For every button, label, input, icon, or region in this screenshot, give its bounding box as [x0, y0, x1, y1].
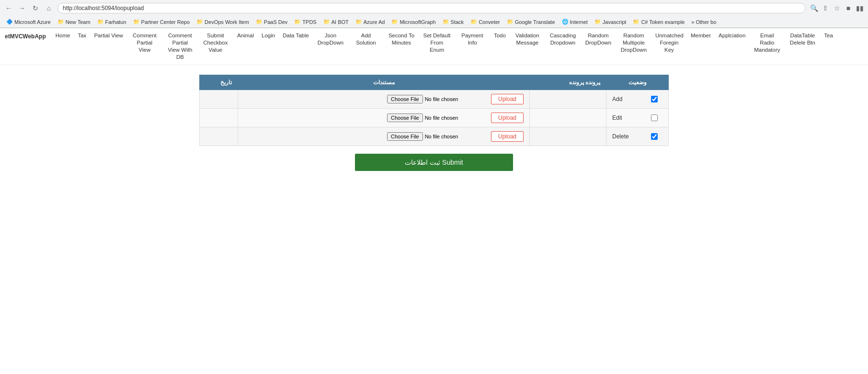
- cell-vaziat-1: Edit: [606, 108, 669, 127]
- refresh-button[interactable]: ↻: [31, 3, 40, 13]
- bookmark-tpds[interactable]: 📁 TPDS: [292, 18, 319, 26]
- cell-parvande-0: [530, 90, 606, 108]
- file-input-2[interactable]: [387, 132, 487, 141]
- col-header-vaziat: وضعیت: [606, 75, 669, 90]
- share-icon[interactable]: ⇧: [821, 4, 830, 12]
- url-text: http://localhost:5094/loopupload: [63, 5, 144, 11]
- file-input-0[interactable]: [387, 95, 487, 103]
- bookmark-azuread[interactable]: 📁 Azure Ad: [353, 18, 388, 26]
- cell-parvande-2: [530, 127, 606, 146]
- nav-member[interactable]: Member: [688, 31, 714, 40]
- nav-payment-info[interactable]: Payment Info: [456, 31, 489, 47]
- bookmark-internet[interactable]: 🌐 Internet: [560, 18, 590, 26]
- nav-comment-partial-view[interactable]: Comment Partial View: [128, 31, 161, 55]
- bookmark-partner[interactable]: 📁 Partner Center Repo: [131, 18, 193, 26]
- nav-json-dropdown[interactable]: Json DropDown: [314, 31, 347, 47]
- nav-datatable-delete-btn[interactable]: DataTable Delele Btn: [786, 31, 819, 47]
- bookmark-star-icon[interactable]: ☆: [833, 4, 841, 12]
- extension-icon[interactable]: ■: [844, 4, 853, 12]
- search-icon[interactable]: 🔍: [810, 4, 818, 12]
- nav-set-default-from-enum[interactable]: Set Default From Enum: [420, 31, 454, 55]
- cell-tarik-2: [200, 127, 238, 146]
- bookmark-devops[interactable]: 📁 DevOps Work Item: [194, 18, 251, 26]
- nav-tax[interactable]: Tax: [75, 31, 89, 40]
- table-row: UploadEdit: [200, 108, 669, 127]
- status-checkbox-2[interactable]: [651, 133, 658, 140]
- bookmark-azure[interactable]: 🔷 Microsoft Azure: [4, 18, 53, 26]
- nav-unmatched-foreign-key[interactable]: Unmatched Foregin Key: [652, 31, 686, 55]
- bookmark-farhatun[interactable]: 📁 Farhatun: [95, 18, 129, 26]
- cell-mostanad-1: Upload: [238, 108, 530, 127]
- status-label-0: Add: [612, 96, 622, 102]
- nav-submit-checkbox[interactable]: Submit Checkbox Value: [199, 31, 232, 55]
- nav-animal[interactable]: Animal: [234, 31, 257, 40]
- pause-icon[interactable]: ▮▮: [856, 4, 864, 12]
- upload-table: تاریخ مستندات پرونده پرونده وضعیت Upload…: [199, 75, 669, 146]
- cell-parvande-1: [530, 108, 606, 127]
- bookmarks-bar: 🔷 Microsoft Azure 📁 New Team 📁 Farhatun …: [0, 16, 868, 28]
- bookmark-conveter[interactable]: 📁 Conveter: [468, 18, 503, 26]
- upload-button-1[interactable]: Upload: [491, 113, 524, 123]
- nav-validation-message[interactable]: Validation Message: [511, 31, 544, 47]
- nav-second-to-minutes[interactable]: Second To Minutes: [385, 31, 418, 47]
- status-label-1: Edit: [612, 114, 622, 121]
- bookmark-stack[interactable]: 📁 Stack: [440, 18, 467, 26]
- bookmark-msgraph[interactable]: 📁 MicrosoftGraph: [389, 18, 438, 26]
- main-content: تاریخ مستندات پرونده پرونده وضعیت Upload…: [0, 65, 868, 181]
- nav-application[interactable]: Applciation: [716, 31, 748, 40]
- bookmark-js[interactable]: 📁 Javascript: [592, 18, 629, 26]
- cell-tarik-0: [200, 90, 238, 108]
- status-checkbox-0[interactable]: [651, 96, 658, 102]
- cell-vaziat-2: Delete: [606, 127, 669, 146]
- cell-mostanad-2: Upload: [238, 127, 530, 146]
- nav-data-table[interactable]: Data Table: [280, 31, 312, 40]
- nav-home[interactable]: Home: [53, 31, 73, 40]
- nav-add-solution[interactable]: Add Solution: [349, 31, 383, 47]
- bookmark-csharp[interactable]: 📁 C# Token example: [630, 18, 687, 26]
- nav-login[interactable]: Login: [259, 31, 278, 40]
- nav-bar: etMVCWebApp Home Tax Partial View Commen…: [0, 28, 868, 65]
- status-label-2: Delete: [612, 133, 629, 140]
- nav-tea[interactable]: Tea: [821, 31, 836, 40]
- submit-button[interactable]: ثبت اطلاعات Submit: [355, 154, 513, 171]
- status-checkbox-1[interactable]: [651, 114, 658, 121]
- forward-button[interactable]: →: [17, 3, 27, 13]
- nav-todo[interactable]: Todo: [491, 31, 509, 40]
- nav-email-radio-mandatory[interactable]: Email Radio Mandatory: [750, 31, 784, 55]
- address-bar[interactable]: http://localhost:5094/loopupload: [57, 3, 806, 13]
- nav-random-dropdown[interactable]: Random DropDown: [582, 31, 615, 47]
- bookmark-translate[interactable]: 📁 Google Translate: [504, 18, 558, 26]
- nav-comment-partial-view-db[interactable]: Comment Partial View With DB: [163, 31, 197, 62]
- file-input-1[interactable]: [387, 113, 487, 122]
- bookmark-other[interactable]: » Other bo: [689, 18, 719, 26]
- nav-random-multipole-dropdown[interactable]: Random Multipole DropDown: [617, 31, 651, 55]
- bookmark-paas[interactable]: 📁 PaaS Dev: [253, 18, 290, 26]
- table-row: UploadAdd: [200, 90, 669, 108]
- upload-button-0[interactable]: Upload: [491, 94, 524, 104]
- cell-vaziat-0: Add: [606, 90, 669, 108]
- col-header-tarik: تاریخ: [200, 75, 238, 90]
- table-row: UploadDelete: [200, 127, 669, 146]
- bookmark-newteam[interactable]: 📁 New Team: [55, 18, 93, 26]
- bookmark-aibot[interactable]: 📁 AI BOT: [321, 18, 351, 26]
- nav-cascading-dropdown[interactable]: Cascading Dropdown: [546, 31, 580, 47]
- col-header-parvande: پرونده پرونده: [530, 75, 606, 90]
- nav-partial-view[interactable]: Partial View: [91, 31, 126, 40]
- cell-tarik-1: [200, 108, 238, 127]
- cell-mostanad-0: Upload: [238, 90, 530, 108]
- upload-button-2[interactable]: Upload: [491, 131, 524, 142]
- col-header-mostanad: مستندات: [238, 75, 530, 90]
- submit-row: ثبت اطلاعات Submit: [14, 154, 854, 171]
- home-button[interactable]: ⌂: [44, 3, 54, 13]
- app-brand: etMVCWebApp: [5, 31, 46, 40]
- back-button[interactable]: ←: [4, 3, 13, 13]
